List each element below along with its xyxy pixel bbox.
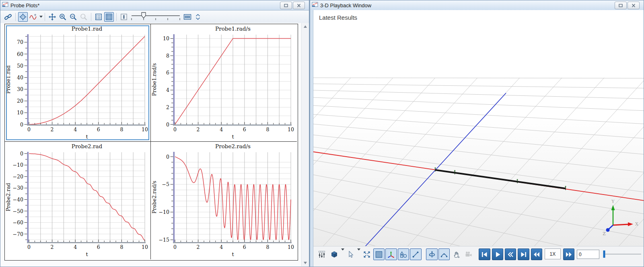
skip-start-button[interactable]: [479, 248, 490, 260]
seek-thumb[interactable]: [603, 250, 605, 258]
dropdown-caret-icon[interactable]: [357, 248, 360, 250]
close-button[interactable]: [293, 2, 305, 9]
plot-cell-probe1-rad-s[interactable]: 02468100246810Probe1.rad/stProbe1.rad/s: [151, 24, 297, 142]
svg-text:0: 0: [166, 154, 169, 160]
svg-text:10: 10: [288, 244, 294, 250]
grid-toggle-button[interactable]: [104, 12, 114, 22]
x-axis: [173, 124, 292, 126]
grid-toggle-icon: [105, 13, 113, 21]
time-input[interactable]: [577, 250, 599, 259]
arc-button[interactable]: [438, 248, 450, 260]
probe-plots-window: Probe Plots* 0246810010203040506070Probe…: [0, 0, 309, 267]
vector-button[interactable]: [410, 248, 421, 260]
zoom-fit-button[interactable]: [79, 12, 88, 22]
rewind-button[interactable]: [531, 248, 542, 260]
play-icon: [494, 250, 502, 259]
close-button[interactable]: [628, 2, 640, 9]
svg-text:6: 6: [97, 244, 100, 250]
plot-title: Probe1.rad/s: [215, 25, 251, 32]
svg-text:2: 2: [197, 126, 200, 132]
grid3d-button[interactable]: [373, 248, 385, 260]
joint-dot: [565, 186, 566, 187]
legend-list-icon: [95, 13, 103, 21]
zoom-in-icon: [59, 13, 67, 21]
x-axis: [27, 124, 146, 126]
plot-title: Probe2.rad/s: [215, 143, 251, 149]
pan-button[interactable]: [47, 12, 57, 22]
skip-end-button[interactable]: [518, 248, 529, 260]
grid-line: [313, 78, 644, 78]
grid-line: [313, 84, 644, 88]
svg-text:−10: −10: [159, 209, 169, 215]
svg-text:10: 10: [17, 110, 23, 116]
svg-text:8: 8: [266, 244, 269, 250]
svg-text:50: 50: [17, 63, 23, 69]
mixer-button[interactable]: [316, 248, 327, 260]
plot-cell-probe2-rad-s[interactable]: 02468100−5−10−15Probe2.rad/stProbe2.rad/…: [151, 142, 297, 259]
svg-text:4: 4: [220, 244, 223, 250]
fast-forward-button[interactable]: [563, 248, 574, 260]
curve-add-button[interactable]: [29, 12, 38, 22]
restore-button[interactable]: [615, 2, 627, 9]
probe-plots-titlebar[interactable]: Probe Plots*: [0, 0, 309, 10]
svg-text:−70: −70: [13, 231, 23, 237]
samples-button[interactable]: [183, 12, 192, 22]
axes-triad-button[interactable]: [385, 248, 397, 260]
grid-line: [407, 78, 562, 246]
zoom-out-icon: [69, 13, 77, 21]
grid-line: [313, 90, 644, 99]
step-back-icon: [506, 250, 514, 259]
plot-cell-probe2-rad[interactable]: 02468100−10−20−30−40−50−60−70Probe2.radt…: [5, 142, 151, 259]
camera-button[interactable]: [463, 248, 474, 260]
grid-line: [618, 78, 644, 246]
vertical-scrollbar[interactable]: [301, 23, 309, 266]
scroll-up-button[interactable]: [302, 23, 309, 30]
zoom-in-button[interactable]: [58, 12, 68, 22]
svg-text:0: 0: [173, 126, 177, 132]
plot-cell-probe1-rad[interactable]: 0246810010203040506070Probe1.radtProbe1.…: [5, 24, 151, 142]
x-axis-label: t: [232, 251, 234, 257]
link-button[interactable]: [3, 12, 13, 22]
svg-text:10: 10: [142, 126, 148, 132]
svg-text:−30: −30: [13, 185, 23, 191]
zoom-fit-icon: [80, 13, 88, 21]
svg-text:6: 6: [97, 126, 100, 132]
cursor-button[interactable]: [345, 248, 356, 260]
playback-3d-viewport[interactable]: YXZ Latest Results: [313, 10, 644, 246]
grid-line: [313, 160, 644, 214]
probe-line-icon: [120, 13, 128, 21]
play-button[interactable]: [492, 248, 503, 260]
plot-title: Probe2.rad: [72, 143, 103, 149]
dropdown-caret-icon[interactable]: [341, 248, 344, 250]
shapes-button[interactable]: [398, 248, 409, 260]
scroll-down-button[interactable]: [302, 259, 309, 266]
zoom-out-button[interactable]: [68, 12, 78, 22]
fit-vertical-icon: [194, 13, 202, 21]
dropdown-caret-icon[interactable]: [39, 16, 43, 18]
hand-button[interactable]: [451, 248, 462, 260]
fit-vertical-button[interactable]: [193, 12, 203, 22]
grid-line: [313, 97, 644, 111]
speed-display[interactable]: 1X: [545, 248, 560, 259]
expand-button[interactable]: [361, 248, 372, 260]
step-back-button[interactable]: [505, 248, 516, 260]
joint-dot: [454, 170, 455, 171]
svg-text:0: 0: [27, 244, 31, 250]
scene-canvas: YXZ: [313, 10, 644, 246]
plot-size-slider[interactable]: [129, 11, 182, 23]
probe-cursor-button[interactable]: [18, 12, 28, 22]
orbit-button[interactable]: [426, 248, 437, 260]
svg-text:2: 2: [51, 244, 54, 250]
svg-text:0: 0: [20, 151, 23, 157]
skip-end-icon: [520, 250, 528, 259]
probe-line-button[interactable]: [119, 12, 129, 22]
slider-thumb[interactable]: [142, 12, 146, 18]
grid-line: [576, 78, 644, 246]
seek-slider[interactable]: [601, 248, 644, 260]
restore-button[interactable]: [280, 2, 292, 9]
cube-button[interactable]: [328, 248, 339, 260]
legend-list-button[interactable]: [94, 12, 103, 22]
playback-titlebar[interactable]: 3-D Playback Window: [310, 0, 644, 10]
svg-text:4: 4: [220, 126, 223, 132]
axes-triad-icon: [387, 250, 395, 259]
